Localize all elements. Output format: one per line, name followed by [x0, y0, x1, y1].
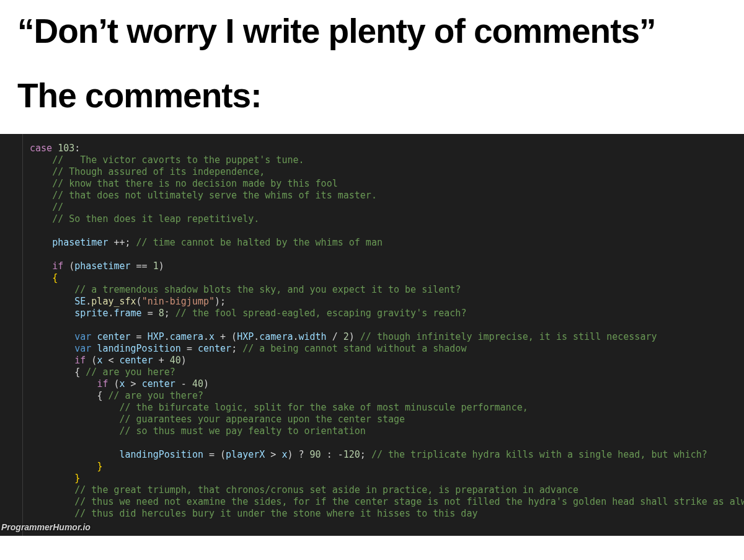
kw-var: var	[74, 343, 91, 354]
comment: // thus we need not examine the sides, f…	[74, 496, 744, 507]
id: center	[198, 343, 231, 354]
num: 40	[170, 355, 181, 366]
kw-if: if	[97, 378, 108, 389]
num: 90	[310, 449, 321, 460]
comment: // a tremendous shadow blots the sky, an…	[74, 284, 461, 295]
comment: // are you here?	[86, 367, 175, 378]
id: HXP	[148, 331, 164, 342]
comment: // the bifurcate logic, split for the sa…	[120, 402, 528, 413]
kw-if: if	[74, 355, 86, 366]
code-editor: case 103: // The victor cavorts to the p…	[0, 134, 744, 536]
id: HXP	[237, 331, 254, 342]
str-bigjump: "nin-bigjump"	[142, 296, 215, 307]
comment: // a being cannot stand without a shadow	[242, 343, 466, 354]
id-phasetimer: phasetimer	[52, 237, 108, 248]
kw-if: if	[52, 260, 63, 272]
id: playerX	[226, 449, 265, 460]
caption-line-1: “Don’t worry I write plenty of comments”	[17, 11, 727, 51]
num-8: 8	[159, 308, 164, 319]
num: 120	[343, 449, 360, 460]
kw-var: var	[74, 331, 91, 342]
kw-case: case	[30, 143, 52, 154]
id: x	[209, 331, 215, 342]
comment: // the triplicate hydra kills with a sin…	[371, 449, 707, 460]
comment: //	[52, 202, 63, 213]
id: camera	[259, 331, 293, 342]
id-landingPosition: landingPosition	[97, 343, 180, 354]
id: center	[120, 355, 153, 366]
comment: // the great triumph, that chronos/cronu…	[74, 484, 578, 496]
comment: // time cannot be halted by the whims of…	[136, 237, 383, 248]
comment: // know that there is no decision made b…	[52, 178, 338, 189]
id: x	[120, 378, 125, 389]
num-2: 2	[343, 331, 349, 342]
caption-line-2: The comments:	[17, 76, 727, 115]
id: x	[97, 355, 102, 366]
id: center	[142, 378, 175, 389]
id: landingPosition	[120, 449, 203, 460]
comment: // Though assured of its independence,	[52, 166, 265, 177]
id-frame: frame	[113, 308, 141, 319]
num-103: 103	[58, 143, 74, 154]
fn-play-sfx: play_sfx	[91, 296, 136, 307]
comment: // though infinitely imprecise, it is st…	[360, 331, 657, 342]
comment: // so thus must we pay fealty to orienta…	[120, 425, 366, 437]
num: 40	[192, 378, 203, 389]
id-center: center	[97, 331, 130, 342]
num-1: 1	[153, 260, 159, 272]
comment: // guarantees your appearance upon the c…	[120, 414, 405, 425]
id-sprite: sprite	[74, 308, 108, 319]
comment: // So then does it leap repetitively.	[52, 213, 259, 224]
comment: // The victor cavorts to the puppet's tu…	[52, 154, 304, 166]
code-block: case 103: // The victor cavorts to the p…	[0, 143, 744, 520]
watermark: ProgrammerHumor.io	[1, 522, 91, 533]
id: camera	[170, 331, 203, 342]
comment: // are you there?	[108, 390, 203, 401]
id-SE: SE	[74, 296, 86, 307]
comment: // that does not ultimately serve the wh…	[52, 190, 377, 201]
comment: // the fool spread-eagled, escaping grav…	[175, 308, 467, 319]
id: phasetimer	[74, 260, 130, 272]
comment: // thus did hercules bury it under the s…	[74, 508, 477, 519]
id: width	[299, 331, 327, 342]
